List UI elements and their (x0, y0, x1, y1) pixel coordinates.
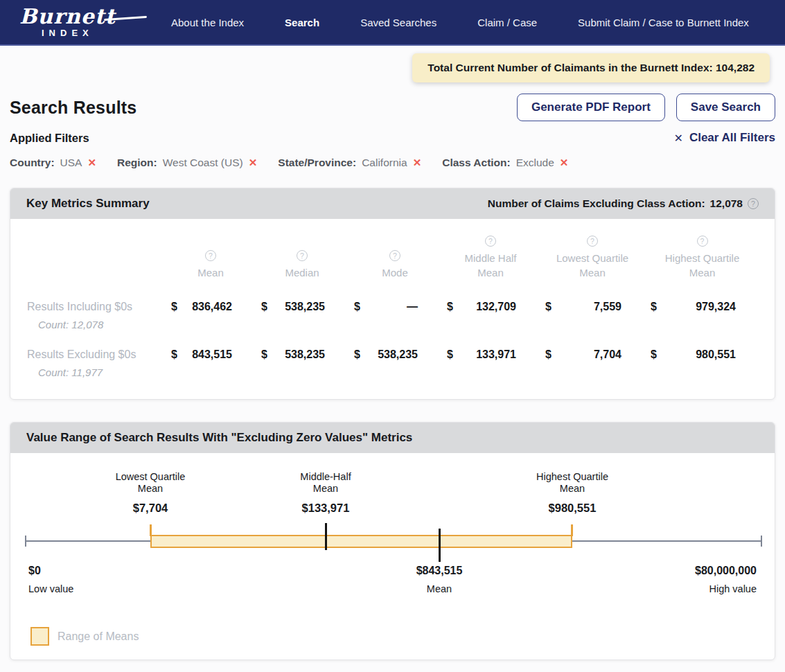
marker-lowest-quartile: Lowest Quartile Mean $7,704 (116, 471, 186, 515)
axis-end-cap-right (761, 536, 762, 547)
metrics-table: ? Mean ? Median ? Mode ? Middle Half Mea… (10, 219, 775, 399)
filter-remove-icon[interactable]: ✕ (249, 157, 258, 169)
range-of-means-swatch (30, 627, 49, 646)
table-cell: $ 538,235 (256, 330, 349, 378)
nav-item-saved-searches[interactable]: Saved Searches (360, 17, 436, 28)
low-caption: Low value (28, 583, 73, 594)
nav-item-search[interactable]: Search (285, 17, 319, 28)
cell-value: 538,235 (285, 348, 325, 361)
cell-value: 538,235 (378, 348, 418, 361)
currency-symbol: $ (545, 348, 552, 361)
axis-high-label: $80,000,000 High value (695, 565, 757, 594)
column-label: Mode (382, 265, 408, 280)
clear-all-close-icon: ✕ (674, 132, 683, 145)
generate-pdf-button[interactable]: Generate PDF Report (517, 94, 665, 121)
key-metrics-header: Key Metrics Summary Number of Claims Exc… (10, 188, 775, 219)
help-icon[interactable]: ? (485, 236, 496, 247)
table-cell: $ 132,709 (441, 283, 540, 330)
currency-symbol: $ (651, 301, 657, 313)
table-cell: $ 538,235 (256, 283, 349, 330)
currency-symbol: $ (447, 301, 453, 313)
high-caption: High value (695, 583, 757, 594)
claims-count-wrap: Number of Claims Excluding Class Action:… (488, 197, 759, 210)
currency-symbol: $ (447, 348, 453, 361)
clear-all-filters-button[interactable]: ✕ Clear All Filters (674, 131, 776, 145)
cell-value: 980,551 (696, 348, 736, 361)
help-icon[interactable]: ? (389, 250, 400, 261)
main-content: Total Current Number of Claimants in the… (0, 53, 785, 660)
help-icon[interactable]: ? (205, 250, 216, 261)
filter-remove-icon[interactable]: ✕ (87, 157, 96, 169)
filter-remove-icon[interactable]: ✕ (413, 157, 422, 169)
column-header-median: ? Median (256, 229, 349, 283)
currency-symbol: $ (261, 348, 267, 361)
row-count-text: Count: 12,078 (38, 319, 166, 330)
filter-value: USA (60, 157, 82, 169)
column-header-highest-quartile-mean: ? Highest Quartile Mean (645, 229, 759, 283)
range-of-means-box (150, 535, 572, 548)
cell-value: 132,709 (476, 301, 516, 313)
column-label: Highest Quartile Mean (664, 251, 741, 280)
marker-value: $980,551 (536, 502, 608, 515)
currency-symbol: $ (354, 348, 360, 361)
column-label: Lowest Quartile Mean (554, 251, 631, 280)
marker-value: $133,971 (300, 502, 351, 515)
cell-value: 133,971 (476, 348, 516, 361)
axis-mean-label: $843,515 Mean (416, 565, 463, 594)
value-range-title: Value Range of Search Results With "Excl… (26, 431, 412, 445)
column-header-mean: ? Mean (166, 229, 256, 283)
row-count-text: Count: 11,977 (38, 366, 166, 378)
row-label-excluding-zeros: Results Excluding $0s Count: 11,977 (27, 330, 166, 378)
cell-value: 7,559 (594, 301, 621, 313)
marker-highest-quartile: Highest Quartile Mean $980,551 (536, 471, 608, 515)
filter-value: California (362, 157, 407, 169)
middle-half-mean-tick (325, 523, 327, 550)
row-label-text: Results Including $0s (27, 301, 166, 313)
value-range-panel: Value Range of Search Results With "Excl… (10, 422, 775, 660)
main-nav: About the Index Search Saved Searches Cl… (171, 17, 749, 28)
mean-value: $843,515 (416, 565, 463, 577)
high-value: $80,000,000 (695, 565, 757, 577)
help-icon[interactable]: ? (587, 236, 598, 247)
marker-value: $7,704 (116, 502, 186, 515)
cell-value: 843,515 (192, 348, 232, 361)
cell-value: 7,704 (594, 348, 621, 361)
claims-count-value: 12,078 (710, 197, 743, 210)
mean-caption: Mean (416, 583, 463, 594)
cell-value: — (407, 301, 418, 313)
legend-label: Range of Means (58, 630, 139, 643)
banner-row: Total Current Number of Claimants in the… (10, 53, 775, 82)
filter-remove-icon[interactable]: ✕ (560, 157, 569, 169)
filter-label: Country: (10, 157, 55, 169)
brand-name: Burnett (19, 6, 132, 27)
axis-end-cap-left (25, 536, 26, 547)
table-cell: $ 980,551 (645, 330, 759, 378)
help-icon[interactable]: ? (297, 250, 308, 261)
brand-logo[interactable]: Burnett INDEX (19, 6, 132, 38)
value-range-header: Value Range of Search Results With "Excl… (10, 423, 775, 453)
applied-filters-heading: Applied Filters (10, 132, 89, 145)
lowest-quartile-tick (150, 524, 152, 536)
row-label-including-zeros: Results Including $0s Count: 12,078 (27, 283, 166, 330)
filter-chip-country: Country: USA ✕ (10, 157, 96, 169)
top-navbar: Burnett INDEX About the Index Search Sav… (0, 0, 785, 46)
page-actions: Generate PDF Report Save Search (517, 94, 775, 121)
save-search-button[interactable]: Save Search (676, 94, 775, 121)
table-cell: $ 538,235 (349, 330, 441, 378)
page-title: Search Results (10, 98, 136, 118)
currency-symbol: $ (545, 301, 552, 313)
nav-item-claim-case[interactable]: Claim / Case (477, 17, 537, 28)
column-label: Middle Half Mean (452, 251, 529, 280)
claimants-total-banner: Total Current Number of Claimants in the… (412, 53, 770, 82)
help-icon[interactable]: ? (697, 236, 708, 247)
nav-item-about[interactable]: About the Index (171, 17, 244, 28)
help-icon[interactable]: ? (748, 198, 759, 209)
table-cell: $ 843,515 (166, 330, 256, 378)
table-cell: $ 7,704 (540, 330, 645, 378)
key-metrics-panel: Key Metrics Summary Number of Claims Exc… (10, 188, 775, 400)
cell-value: 979,324 (696, 301, 736, 313)
row-label-text: Results Excluding $0s (27, 348, 166, 361)
marker-name: Highest Quartile Mean (536, 471, 608, 495)
nav-item-submit-claim[interactable]: Submit Claim / Case to Burnett Index (578, 17, 749, 28)
applied-filters-list: Country: USA ✕ Region: West Coast (US) ✕… (10, 157, 775, 169)
